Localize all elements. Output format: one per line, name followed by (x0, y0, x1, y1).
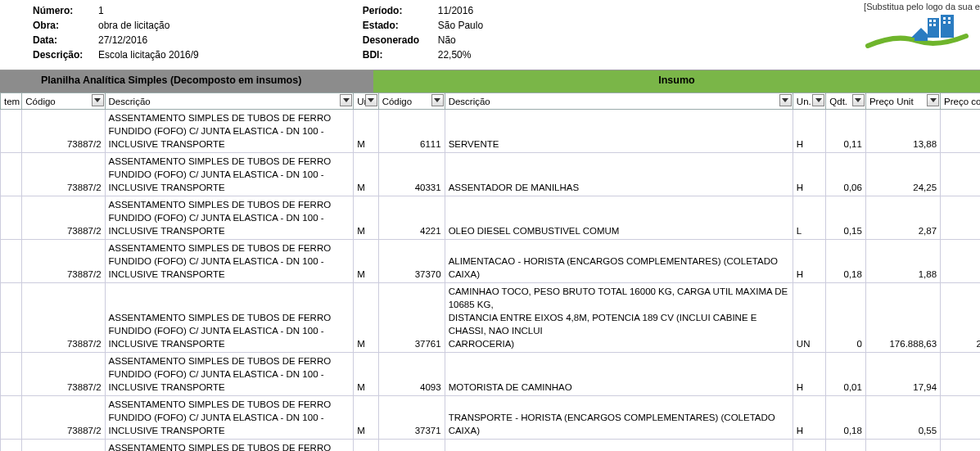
cell-qdt[interactable]: 0,15 (826, 196, 866, 240)
cell-un1[interactable] (354, 440, 378, 452)
cell-codigo1[interactable]: 73887/2 (22, 240, 105, 283)
cell-codigo1[interactable] (22, 440, 105, 452)
cell-un1[interactable]: M (354, 353, 378, 396)
cell-qdt[interactable]: 0,18 (826, 396, 866, 440)
filter-dropdown-icon[interactable] (340, 94, 352, 106)
filter-dropdown-icon[interactable] (927, 94, 939, 106)
filter-dropdown-icon[interactable] (431, 94, 444, 106)
cell-qdt[interactable]: 0,11 (826, 110, 866, 153)
cell-codigo2[interactable]: 6111 (378, 110, 445, 153)
cell-codigo1[interactable]: 73887/2 (22, 396, 105, 440)
col-un1[interactable]: Un. (354, 93, 378, 110)
cell-item[interactable] (1, 240, 22, 283)
filter-dropdown-icon[interactable] (852, 94, 865, 106)
filter-dropdown-icon[interactable] (365, 94, 377, 106)
cell-desc2[interactable]: TRANSPORTE - HORISTA (ENCARGOS COMPLEMEN… (445, 396, 793, 440)
cell-un2[interactable]: L (793, 196, 825, 240)
cell-precocon[interactable] (941, 196, 980, 240)
cell-un2[interactable]: UN (793, 283, 825, 353)
cell-precocon[interactable] (941, 153, 980, 196)
cell-desc2[interactable]: ASSENTADOR DE MANILHAS (445, 153, 793, 196)
cell-preco[interactable]: 176.888,63 (865, 283, 940, 353)
cell-un2[interactable]: H (793, 153, 825, 196)
cell-un2[interactable]: H (793, 240, 825, 283)
cell-precocon[interactable] (941, 353, 980, 396)
cell-un1[interactable]: M (354, 196, 378, 240)
cell-precocon[interactable] (941, 396, 980, 440)
cell-qdt[interactable]: 0 (826, 283, 866, 353)
cell-un1[interactable]: M (354, 396, 378, 440)
cell-desc1[interactable]: ASSENTAMENTO SIMPLES DE TUBOS DE FERRO F… (105, 153, 354, 196)
cell-desc2[interactable]: OLEO DIESEL COMBUSTIVEL COMUM (445, 196, 793, 240)
cell-desc1[interactable]: ASSENTAMENTO SIMPLES DE TUBOS DE FERRO F… (105, 396, 354, 440)
filter-dropdown-icon[interactable] (812, 94, 824, 106)
cell-item[interactable] (1, 353, 22, 396)
cell-item[interactable] (1, 440, 22, 452)
cell-preco[interactable] (865, 440, 940, 452)
cell-preco[interactable]: 13,88 (865, 110, 940, 153)
col-qdt[interactable]: Qdt. (826, 93, 866, 110)
filter-dropdown-icon[interactable] (779, 94, 792, 106)
cell-desc1[interactable]: ASSENTAMENTO SIMPLES DE TUBOS DE FERRO F… (105, 110, 354, 153)
cell-precocon[interactable] (941, 240, 980, 283)
cell-item[interactable] (1, 196, 22, 240)
cell-qdt[interactable]: 0,01 (826, 353, 866, 396)
filter-dropdown-icon[interactable] (92, 94, 104, 106)
col-un2[interactable]: Un. (793, 93, 825, 110)
cell-item[interactable] (1, 283, 22, 353)
cell-precocon[interactable]: 216. (941, 283, 980, 353)
cell-desc2[interactable]: CAMINHAO TOCO, PESO BRUTO TOTAL 16000 KG… (445, 283, 793, 353)
cell-item[interactable] (1, 396, 22, 440)
col-codigo2[interactable]: Código (378, 93, 445, 110)
cell-desc1[interactable]: ASSENTAMENTO SIMPLES DE TUBOS DE FERRO F… (105, 283, 354, 353)
cell-codigo2[interactable]: 37761 (378, 283, 445, 353)
col-preco-unit[interactable]: Preço Unit (865, 93, 940, 110)
cell-preco[interactable]: 0,55 (865, 396, 940, 440)
table-row[interactable]: 73887/2ASSENTAMENTO SIMPLES DE TUBOS DE … (1, 196, 981, 240)
cell-un2[interactable]: H (793, 396, 825, 440)
cell-un1[interactable]: M (354, 153, 378, 196)
table-row[interactable]: 73887/2ASSENTAMENTO SIMPLES DE TUBOS DE … (1, 283, 981, 353)
col-descricao2[interactable]: Descrição (445, 93, 793, 110)
col-item[interactable]: tem (1, 93, 22, 110)
cell-qdt[interactable] (826, 440, 866, 452)
cell-qdt[interactable]: 0,06 (826, 153, 866, 196)
cell-preco[interactable]: 1,88 (865, 240, 940, 283)
cell-desc1[interactable]: ASSENTAMENTO SIMPLES DE TUBOS DE FERRO F… (105, 196, 354, 240)
cell-desc1[interactable]: ASSENTAMENTO SIMPLES DE TUBOS DE FERRO F… (105, 353, 354, 396)
cell-desc2[interactable]: SERVENTE (445, 110, 793, 153)
cell-item[interactable] (1, 110, 22, 153)
cell-desc1[interactable]: ASSENTAMENTO SIMPLES DE TUBOS DE FERRO F… (105, 240, 354, 283)
table-row[interactable]: 73887/2ASSENTAMENTO SIMPLES DE TUBOS DE … (1, 240, 981, 283)
cell-codigo1[interactable]: 73887/2 (22, 110, 105, 153)
cell-preco[interactable]: 2,87 (865, 196, 940, 240)
cell-codigo2[interactable] (378, 440, 445, 452)
cell-codigo2[interactable]: 37371 (378, 396, 445, 440)
cell-desc1[interactable]: ASSENTAMENTO SIMPLES DE TUBOS DE FERRO F… (105, 440, 354, 452)
col-preco-con[interactable]: Preço con (941, 93, 980, 110)
col-codigo1[interactable]: Código (22, 93, 105, 110)
cell-codigo1[interactable]: 73887/2 (22, 196, 105, 240)
cell-preco[interactable]: 24,25 (865, 153, 940, 196)
cell-un2[interactable]: H (793, 110, 825, 153)
cell-un1[interactable]: M (354, 110, 378, 153)
cell-codigo2[interactable]: 40331 (378, 153, 445, 196)
cell-codigo1[interactable]: 73887/2 (22, 153, 105, 196)
cell-precocon[interactable] (941, 440, 980, 452)
cell-item[interactable] (1, 153, 22, 196)
cell-desc2[interactable] (445, 440, 793, 452)
cell-un1[interactable]: M (354, 240, 378, 283)
cell-codigo2[interactable]: 4093 (378, 353, 445, 396)
table-row[interactable]: 73887/2ASSENTAMENTO SIMPLES DE TUBOS DE … (1, 153, 981, 196)
cell-desc2[interactable]: MOTORISTA DE CAMINHAO (445, 353, 793, 396)
table-row[interactable]: ASSENTAMENTO SIMPLES DE TUBOS DE FERRO F… (1, 440, 981, 452)
cell-un2[interactable]: H (793, 353, 825, 396)
table-row[interactable]: 73887/2ASSENTAMENTO SIMPLES DE TUBOS DE … (1, 353, 981, 396)
cell-codigo2[interactable]: 37370 (378, 240, 445, 283)
cell-qdt[interactable]: 0,18 (826, 240, 866, 283)
cell-codigo2[interactable]: 4221 (378, 196, 445, 240)
cell-preco[interactable]: 17,94 (865, 353, 940, 396)
cell-desc2[interactable]: ALIMENTACAO - HORISTA (ENCARGOS COMPLEME… (445, 240, 793, 283)
table-row[interactable]: 73887/2ASSENTAMENTO SIMPLES DE TUBOS DE … (1, 396, 981, 440)
cell-un2[interactable] (793, 440, 825, 452)
